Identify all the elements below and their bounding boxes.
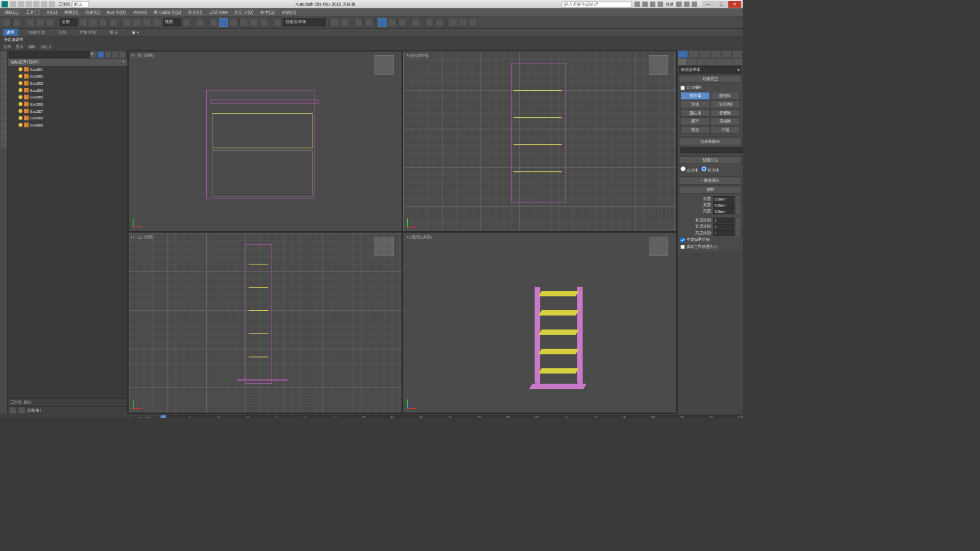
layers-icon[interactable]: [10, 407, 16, 413]
visibility-icon[interactable]: [18, 123, 22, 127]
menu-script[interactable]: 脚本(S): [257, 9, 278, 16]
tab-display-icon[interactable]: [721, 51, 732, 58]
subtab-system-icon[interactable]: [733, 58, 742, 65]
primitive-category-dropdown[interactable]: 标准基本体▾: [679, 66, 741, 73]
menu-group[interactable]: 组(G): [43, 9, 60, 16]
viewcube[interactable]: [649, 237, 668, 256]
viewport-label[interactable]: [+] [页] [线框]: [131, 53, 154, 59]
menu-tools[interactable]: 工具(T): [22, 9, 42, 16]
filter-hidden-icon[interactable]: [1, 114, 7, 120]
ribbon-tab-freeform[interactable]: 自由形式: [25, 29, 48, 36]
visibility-icon[interactable]: [18, 81, 22, 85]
ribbon-toggle-button[interactable]: [364, 18, 373, 27]
scale-button[interactable]: [143, 18, 152, 27]
filter-light-icon[interactable]: [1, 66, 7, 72]
snap-3d-button[interactable]: [219, 18, 228, 27]
heiseg-input[interactable]: [714, 230, 734, 236]
visibility-icon[interactable]: [18, 95, 22, 99]
ribbon-tab-modeling[interactable]: 建模: [3, 29, 18, 36]
length-input[interactable]: [714, 196, 734, 202]
view-toggle-icon[interactable]: [97, 52, 104, 58]
width-input[interactable]: [714, 202, 734, 208]
se-tab-display[interactable]: 显示: [15, 44, 23, 49]
ribbon-tab-objpaint[interactable]: 对象绘制: [77, 29, 100, 36]
autogrid-checkbox[interactable]: [680, 86, 684, 90]
app-icon[interactable]: [2, 1, 8, 7]
btn-box[interactable]: 长方体: [680, 92, 709, 99]
filter-misc4-icon[interactable]: [1, 142, 7, 148]
list-item[interactable]: Box006: [8, 101, 127, 108]
visibility-icon[interactable]: [18, 88, 22, 92]
workspace-dropdown[interactable]: 默认: [72, 1, 89, 7]
render-prod-button[interactable]: [449, 18, 457, 27]
scene-search-input[interactable]: [9, 52, 89, 58]
viewcube[interactable]: [375, 237, 394, 256]
btn-tube[interactable]: 管状锥: [710, 109, 740, 117]
move-button[interactable]: [122, 18, 131, 27]
btn-cylinder[interactable]: 圆柱体: [680, 109, 709, 117]
filter-misc2-icon[interactable]: [1, 129, 7, 135]
filter-helper-icon[interactable]: [1, 80, 7, 86]
save-icon[interactable]: [26, 1, 32, 7]
subtab-cam-icon[interactable]: [706, 58, 715, 65]
undo-icon[interactable]: [33, 1, 39, 7]
redo-icon[interactable]: [41, 1, 47, 7]
list-item[interactable]: Box001: [8, 66, 127, 73]
filter-container-icon[interactable]: [1, 101, 7, 107]
scene-tree[interactable]: Box001 Box002 Box003 Box004 Box005 Box00…: [8, 66, 127, 398]
angle-snap-button[interactable]: [229, 18, 238, 27]
open-icon[interactable]: [18, 1, 24, 7]
spinner[interactable]: [736, 209, 740, 214]
pivot-button[interactable]: [182, 18, 191, 27]
render-setup-button[interactable]: [425, 18, 434, 27]
btn-teapot[interactable]: 茶壶: [680, 126, 709, 134]
filter-bone-icon[interactable]: [1, 93, 7, 99]
tab-hierarchy-icon[interactable]: [699, 51, 710, 58]
viewport-left[interactable]: [+] [左] [线框]: [129, 233, 402, 413]
edit-named-button[interactable]: [260, 18, 268, 27]
subtab-geom-icon[interactable]: [678, 58, 687, 65]
filter-geom-icon[interactable]: [1, 52, 7, 58]
visibility-icon[interactable]: [18, 116, 22, 120]
menu-view[interactable]: 视图(V): [61, 9, 81, 16]
se-tab-edit[interactable]: 编辑: [28, 44, 36, 49]
refresh-icon[interactable]: [119, 52, 126, 58]
exchange-icon[interactable]: [650, 2, 655, 7]
lenseg-input[interactable]: [714, 218, 734, 223]
fav-icon[interactable]: [684, 2, 690, 7]
subtab-shape-icon[interactable]: [687, 58, 696, 65]
list-item[interactable]: Box007: [8, 108, 127, 115]
star-icon[interactable]: [642, 2, 648, 7]
height-input[interactable]: [714, 209, 734, 214]
align-button[interactable]: [341, 18, 350, 27]
search-input[interactable]: [562, 1, 631, 7]
radio-box[interactable]: 长方体: [701, 166, 719, 173]
visibility-icon[interactable]: [18, 102, 22, 106]
percent-snap-button[interactable]: [239, 18, 248, 27]
menu-customize[interactable]: 自定义(U): [232, 9, 257, 16]
spinner[interactable]: [736, 202, 740, 208]
rollout-header[interactable]: 参数: [679, 186, 741, 194]
select-rect-button[interactable]: [99, 18, 108, 27]
time-slider-track[interactable]: 0510152025303540455055606570758085909510…: [160, 415, 741, 418]
selset-icon[interactable]: [18, 407, 24, 413]
project-icon[interactable]: [49, 1, 55, 7]
list-item[interactable]: Box008: [8, 114, 127, 121]
clear-icon[interactable]: ✕: [90, 52, 96, 58]
viewport-perspective[interactable]: [+] [透视] [真实]: [403, 233, 676, 413]
caret-down-icon[interactable]: [676, 2, 682, 7]
viewport-label[interactable]: [+] [左] [线框]: [131, 234, 154, 240]
window-cross-button[interactable]: [109, 18, 118, 27]
spinner-snap-button[interactable]: [250, 18, 258, 27]
se-tab-select[interactable]: 选择: [3, 44, 11, 49]
undo-button[interactable]: [3, 18, 11, 27]
subtab-light-icon[interactable]: [696, 58, 705, 65]
ref-coord-dropdown[interactable]: 视图: [163, 18, 181, 26]
btn-cone[interactable]: 圆锥体: [710, 92, 740, 99]
menu-modifiers[interactable]: 修改器(M): [104, 9, 129, 16]
btn-torus[interactable]: 圆环: [680, 117, 709, 125]
list-item[interactable]: Box005: [8, 93, 127, 101]
material-button[interactable]: [412, 18, 421, 27]
close-button[interactable]: ✕: [728, 1, 742, 8]
selection-filter-dropdown[interactable]: 全部: [60, 18, 78, 26]
